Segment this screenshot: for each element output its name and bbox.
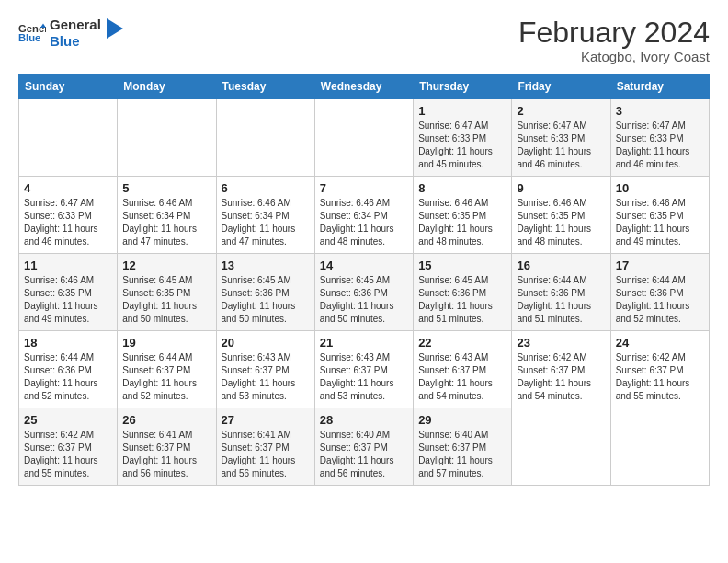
day-number: 12 xyxy=(122,259,210,272)
calendar-day-23: 23Sunrise: 6:42 AMSunset: 6:37 PMDayligh… xyxy=(512,331,610,408)
day-number: 9 xyxy=(517,181,605,195)
day-number: 15 xyxy=(418,259,506,272)
day-info: Sunrise: 6:46 AMSunset: 6:34 PMDaylight:… xyxy=(320,197,408,248)
calendar-week-row: 25Sunrise: 6:42 AMSunset: 6:37 PMDayligh… xyxy=(19,408,710,486)
day-info: Sunrise: 6:44 AMSunset: 6:36 PMDaylight:… xyxy=(517,274,605,326)
day-number: 7 xyxy=(320,181,408,195)
day-info: Sunrise: 6:42 AMSunset: 6:37 PMDaylight:… xyxy=(616,351,704,403)
calendar-day-16: 16Sunrise: 6:44 AMSunset: 6:36 PMDayligh… xyxy=(512,254,610,331)
day-number: 25 xyxy=(24,413,112,427)
calendar-day-15: 15Sunrise: 6:45 AMSunset: 6:36 PMDayligh… xyxy=(414,254,512,331)
day-number: 10 xyxy=(616,181,704,195)
day-info: Sunrise: 6:40 AMSunset: 6:37 PMDaylight:… xyxy=(418,429,506,480)
day-info: Sunrise: 6:41 AMSunset: 6:37 PMDaylight:… xyxy=(222,429,310,480)
header: General Blue General Blue February 2024 … xyxy=(18,17,710,64)
calendar-day-19: 19Sunrise: 6:44 AMSunset: 6:37 PMDayligh… xyxy=(118,331,216,408)
day-number: 11 xyxy=(24,259,112,272)
day-number: 24 xyxy=(616,336,704,350)
subtitle: Katogbo, Ivory Coast xyxy=(518,49,710,64)
calendar-day-4: 4Sunrise: 6:47 AMSunset: 6:33 PMDaylight… xyxy=(19,177,118,254)
title-block: February 2024 Katogbo, Ivory Coast xyxy=(518,17,710,64)
day-number: 27 xyxy=(222,413,310,427)
logo-arrow-icon xyxy=(107,18,123,39)
day-number: 26 xyxy=(122,413,210,427)
calendar-day-26: 26Sunrise: 6:41 AMSunset: 6:37 PMDayligh… xyxy=(118,408,216,486)
calendar-day-24: 24Sunrise: 6:42 AMSunset: 6:37 PMDayligh… xyxy=(610,331,709,408)
day-info: Sunrise: 6:45 AMSunset: 6:36 PMDaylight:… xyxy=(222,274,310,326)
day-number: 1 xyxy=(418,104,506,118)
calendar-day-9: 9Sunrise: 6:46 AMSunset: 6:35 PMDaylight… xyxy=(512,177,610,254)
calendar-empty-cell xyxy=(19,99,118,177)
calendar-week-row: 1Sunrise: 6:47 AMSunset: 6:33 PMDaylight… xyxy=(19,99,710,177)
calendar-day-3: 3Sunrise: 6:47 AMSunset: 6:33 PMDaylight… xyxy=(610,99,709,177)
calendar-week-row: 18Sunrise: 6:44 AMSunset: 6:36 PMDayligh… xyxy=(19,331,710,408)
day-info: Sunrise: 6:44 AMSunset: 6:37 PMDaylight:… xyxy=(122,351,210,403)
calendar-week-row: 11Sunrise: 6:46 AMSunset: 6:35 PMDayligh… xyxy=(19,254,710,331)
calendar-day-29: 29Sunrise: 6:40 AMSunset: 6:37 PMDayligh… xyxy=(414,408,512,486)
day-number: 22 xyxy=(418,336,506,350)
calendar-day-11: 11Sunrise: 6:46 AMSunset: 6:35 PMDayligh… xyxy=(19,254,118,331)
day-number: 21 xyxy=(320,336,408,350)
day-info: Sunrise: 6:44 AMSunset: 6:36 PMDaylight:… xyxy=(616,274,704,326)
calendar-day-22: 22Sunrise: 6:43 AMSunset: 6:37 PMDayligh… xyxy=(414,331,512,408)
calendar-day-6: 6Sunrise: 6:46 AMSunset: 6:34 PMDaylight… xyxy=(216,177,314,254)
calendar-day-20: 20Sunrise: 6:43 AMSunset: 6:37 PMDayligh… xyxy=(216,331,314,408)
day-number: 28 xyxy=(320,413,408,427)
day-info: Sunrise: 6:44 AMSunset: 6:36 PMDaylight:… xyxy=(24,351,112,403)
calendar-empty-cell xyxy=(610,408,709,486)
weekday-header-row: SundayMondayTuesdayWednesdayThursdayFrid… xyxy=(19,75,710,99)
day-info: Sunrise: 6:46 AMSunset: 6:34 PMDaylight:… xyxy=(122,197,210,248)
day-info: Sunrise: 6:43 AMSunset: 6:37 PMDaylight:… xyxy=(418,351,506,403)
day-number: 13 xyxy=(222,259,310,272)
calendar-day-28: 28Sunrise: 6:40 AMSunset: 6:37 PMDayligh… xyxy=(314,408,413,486)
calendar-empty-cell xyxy=(216,99,314,177)
day-number: 5 xyxy=(122,181,210,195)
calendar-day-7: 7Sunrise: 6:46 AMSunset: 6:34 PMDaylight… xyxy=(314,177,413,254)
day-info: Sunrise: 6:47 AMSunset: 6:33 PMDaylight:… xyxy=(517,120,605,171)
calendar-empty-cell xyxy=(314,99,413,177)
day-number: 14 xyxy=(320,259,408,272)
calendar-day-12: 12Sunrise: 6:45 AMSunset: 6:35 PMDayligh… xyxy=(118,254,216,331)
day-info: Sunrise: 6:45 AMSunset: 6:36 PMDaylight:… xyxy=(418,274,506,326)
calendar-day-10: 10Sunrise: 6:46 AMSunset: 6:35 PMDayligh… xyxy=(610,177,709,254)
day-info: Sunrise: 6:46 AMSunset: 6:35 PMDaylight:… xyxy=(616,197,704,248)
calendar-day-8: 8Sunrise: 6:46 AMSunset: 6:35 PMDaylight… xyxy=(414,177,512,254)
day-info: Sunrise: 6:42 AMSunset: 6:37 PMDaylight:… xyxy=(517,351,605,403)
calendar-day-21: 21Sunrise: 6:43 AMSunset: 6:37 PMDayligh… xyxy=(314,331,413,408)
svg-text:Blue: Blue xyxy=(18,32,40,43)
calendar-day-27: 27Sunrise: 6:41 AMSunset: 6:37 PMDayligh… xyxy=(216,408,314,486)
weekday-header-monday: Monday xyxy=(118,75,216,99)
day-number: 20 xyxy=(222,336,310,350)
day-info: Sunrise: 6:43 AMSunset: 6:37 PMDaylight:… xyxy=(320,351,408,403)
day-number: 8 xyxy=(418,181,506,195)
calendar-week-row: 4Sunrise: 6:47 AMSunset: 6:33 PMDaylight… xyxy=(19,177,710,254)
calendar-day-18: 18Sunrise: 6:44 AMSunset: 6:36 PMDayligh… xyxy=(19,331,118,408)
day-info: Sunrise: 6:47 AMSunset: 6:33 PMDaylight:… xyxy=(24,197,112,248)
logo: General Blue General Blue xyxy=(18,17,123,50)
logo-line2: Blue xyxy=(50,33,101,50)
calendar-day-17: 17Sunrise: 6:44 AMSunset: 6:36 PMDayligh… xyxy=(610,254,709,331)
day-info: Sunrise: 6:45 AMSunset: 6:35 PMDaylight:… xyxy=(122,274,210,326)
weekday-header-thursday: Thursday xyxy=(414,75,512,99)
calendar-day-25: 25Sunrise: 6:42 AMSunset: 6:37 PMDayligh… xyxy=(19,408,118,486)
day-number: 19 xyxy=(122,336,210,350)
day-info: Sunrise: 6:40 AMSunset: 6:37 PMDaylight:… xyxy=(320,429,408,480)
svg-marker-3 xyxy=(107,18,123,39)
main-title: February 2024 xyxy=(518,17,710,49)
weekday-header-tuesday: Tuesday xyxy=(216,75,314,99)
day-info: Sunrise: 6:47 AMSunset: 6:33 PMDaylight:… xyxy=(418,120,506,171)
day-info: Sunrise: 6:45 AMSunset: 6:36 PMDaylight:… xyxy=(320,274,408,326)
day-info: Sunrise: 6:47 AMSunset: 6:33 PMDaylight:… xyxy=(616,120,704,171)
day-info: Sunrise: 6:46 AMSunset: 6:34 PMDaylight:… xyxy=(222,197,310,248)
day-info: Sunrise: 6:46 AMSunset: 6:35 PMDaylight:… xyxy=(24,274,112,326)
calendar-day-1: 1Sunrise: 6:47 AMSunset: 6:33 PMDaylight… xyxy=(414,99,512,177)
day-number: 17 xyxy=(616,259,704,272)
calendar-day-2: 2Sunrise: 6:47 AMSunset: 6:33 PMDaylight… xyxy=(512,99,610,177)
day-number: 16 xyxy=(517,259,605,272)
day-info: Sunrise: 6:42 AMSunset: 6:37 PMDaylight:… xyxy=(24,429,112,480)
weekday-header-sunday: Sunday xyxy=(19,75,118,99)
day-info: Sunrise: 6:46 AMSunset: 6:35 PMDaylight:… xyxy=(517,197,605,248)
weekday-header-saturday: Saturday xyxy=(610,75,709,99)
weekday-header-wednesday: Wednesday xyxy=(314,75,413,99)
calendar-empty-cell xyxy=(118,99,216,177)
